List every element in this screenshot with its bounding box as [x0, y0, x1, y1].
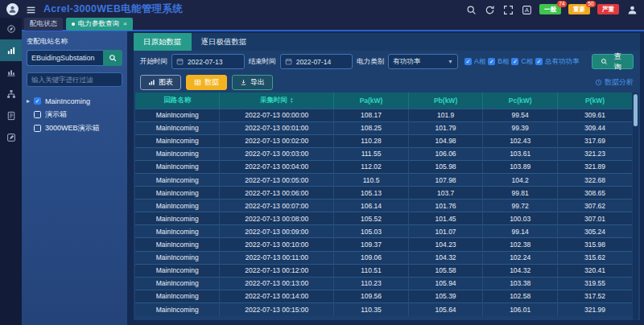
data-analysis-link[interactable]: 数据分析 — [595, 77, 634, 88]
table-row[interactable]: MainIncoming2022-07-13 00:15:00110.35105… — [135, 302, 632, 315]
tree-node-2[interactable]: 3000WEB演示箱 — [27, 121, 122, 135]
user-icon[interactable] — [627, 4, 638, 14]
table-cell: 2022-07-13 00:05:00 — [220, 173, 334, 186]
table-row[interactable]: MainIncoming2022-07-13 00:00:00108.17101… — [135, 109, 632, 121]
table-row[interactable]: MainIncoming2022-07-13 00:11:00109.06104… — [135, 251, 632, 264]
table-row[interactable]: MainIncoming2022-07-13 00:12:00110.51105… — [135, 264, 632, 277]
table-row[interactable]: MainIncoming2022-07-13 00:10:00109.37104… — [135, 238, 632, 251]
table-row[interactable]: MainIncoming2022-07-13 00:09:00105.03101… — [135, 225, 632, 238]
station-search-button[interactable] — [103, 50, 122, 66]
sort-icon[interactable]: ▲▼ — [290, 97, 293, 104]
table-cell: 307.01 — [557, 212, 632, 225]
column-header-0: 回路名称 — [135, 93, 220, 109]
body-area: 配电状态 电力参数查询 × 变配电站名称 — [0, 18, 644, 325]
table-cell: 321.23 — [557, 147, 632, 160]
tree-node-0[interactable]: ▸✓MainIncoming — [27, 94, 122, 108]
end-date-input[interactable]: 2022-07-14 — [280, 54, 353, 69]
alarm-chip-important[interactable]: 重要50 — [568, 4, 590, 14]
checkbox-icon[interactable]: ✓ — [511, 58, 518, 65]
table-cell: 107.98 — [408, 173, 483, 186]
start-date-input[interactable]: 2022-07-13 — [171, 54, 245, 69]
table-cell: 321.99 — [557, 302, 632, 315]
translate-icon[interactable]: A — [522, 4, 532, 14]
scrollbar-thumb[interactable] — [634, 94, 638, 126]
phase-checkbox-3[interactable]: ✓总有功功率 — [535, 57, 580, 67]
tree-node-1[interactable]: 演示箱 — [27, 108, 122, 121]
data-tab-1[interactable]: 逐日极值数据 — [192, 33, 257, 51]
table-cell: 99.54 — [483, 109, 558, 121]
table-cell: 2022-07-13 00:00:00 — [220, 109, 334, 121]
phase-checkbox-2[interactable]: ✓C相 — [511, 57, 533, 67]
table-row[interactable]: MainIncoming2022-07-13 00:13:00110.23105… — [135, 277, 632, 290]
phase-checkbox-group: ✓A相✓B相✓C相✓总有功功率 — [462, 57, 579, 67]
tab-distribution-status[interactable]: 配电状态 — [24, 18, 63, 31]
column-header-2: Pa(kW) — [334, 93, 409, 109]
table-cell: MainIncoming — [135, 251, 220, 264]
sidebar-item-trend-chart[interactable] — [0, 61, 22, 83]
table-cell: 106.06 — [408, 147, 483, 160]
menu-toggle-icon[interactable] — [26, 4, 36, 14]
tree-checkbox[interactable] — [34, 111, 41, 118]
table-row[interactable]: MainIncoming2022-07-13 00:08:00105.52101… — [135, 212, 632, 225]
phase-checkbox-0[interactable]: ✓A相 — [464, 57, 485, 67]
phase-checkbox-1[interactable]: ✓B相 — [488, 57, 509, 67]
avatar[interactable] — [6, 3, 19, 15]
table-row[interactable]: MainIncoming2022-07-13 00:01:00108.25101… — [135, 121, 632, 134]
table-row[interactable]: MainIncoming2022-07-13 00:06:00105.13103… — [135, 187, 632, 200]
tree-checkbox[interactable] — [34, 125, 41, 132]
table-cell: 2022-07-13 00:15:00 — [220, 302, 334, 315]
checkbox-icon[interactable]: ✓ — [535, 58, 543, 65]
tab-power-parameter-query[interactable]: 电力参数查询 × — [66, 18, 133, 31]
table-cell: 105.39 — [408, 290, 483, 302]
table-cell: 110.5 — [334, 173, 409, 186]
table-row[interactable]: MainIncoming2022-07-13 00:05:00110.5107.… — [135, 173, 632, 186]
search-icon[interactable] — [466, 4, 477, 14]
alarm-chip-critical[interactable]: 严重 — [597, 4, 619, 14]
chevron-down-icon: ▼ — [448, 59, 453, 64]
table-cell: 102.58 — [483, 290, 558, 302]
station-name-input[interactable] — [27, 50, 103, 66]
export-button[interactable]: 导出 — [232, 75, 273, 90]
data-view-button[interactable]: 数据 — [186, 75, 227, 90]
table-row[interactable]: MainIncoming2022-07-13 00:04:00112.02105… — [135, 160, 632, 173]
table-cell: 2022-07-13 00:08:00 — [220, 212, 334, 225]
table-row[interactable]: MainIncoming2022-07-13 00:02:00110.28104… — [135, 134, 632, 147]
station-panel: 变配电站名称 ▸✓MainIncoming演示箱3000WEB演示箱 — [22, 31, 127, 325]
column-header-1[interactable]: 采集时间▲▼ — [220, 93, 334, 109]
vertical-scrollbar[interactable] — [633, 93, 638, 320]
power-category-select[interactable]: 有功功率 ▼ — [388, 54, 458, 69]
checkbox-icon[interactable]: ✓ — [488, 58, 495, 65]
top-header: Acrel-3000WEB电能管理系统 A 一般74重要50严重 — [0, 0, 644, 18]
table-row[interactable]: MainIncoming2022-07-13 00:14:00109.56105… — [135, 290, 632, 302]
table-row[interactable]: MainIncoming2022-07-13 00:03:00111.55106… — [135, 147, 632, 160]
sidebar-item-report[interactable] — [0, 105, 22, 126]
checkbox-icon[interactable]: ✓ — [464, 58, 472, 65]
alarm-chip-general[interactable]: 一般74 — [539, 4, 561, 14]
table-cell: 100.03 — [483, 212, 558, 225]
chart-view-label: 图表 — [159, 77, 173, 88]
chart-view-button[interactable]: 图表 — [140, 75, 181, 90]
sidebar-item-edit[interactable] — [0, 126, 22, 148]
refresh-icon[interactable] — [485, 4, 495, 14]
table-cell: 2022-07-13 00:02:00 — [220, 134, 334, 147]
query-button[interactable]: 查询 — [592, 54, 634, 69]
fullscreen-icon[interactable] — [503, 4, 514, 14]
data-tab-0[interactable]: 日原始数据 — [134, 33, 192, 51]
table-cell: MainIncoming — [135, 173, 220, 186]
table-cell: 101.79 — [408, 121, 483, 134]
sidebar-item-bar-chart[interactable] — [0, 39, 22, 61]
phase-label: A相 — [474, 57, 485, 67]
table-cell: MainIncoming — [135, 200, 220, 212]
close-tab-icon[interactable]: × — [123, 20, 127, 27]
sidebar-item-topology[interactable] — [0, 83, 22, 105]
table-cell: 101.45 — [408, 212, 483, 225]
tree-checkbox[interactable]: ✓ — [34, 97, 41, 105]
sidebar-item-compass[interactable] — [0, 18, 22, 39]
table-cell: 102.43 — [483, 134, 558, 147]
table-row[interactable]: MainIncoming2022-07-13 00:07:00106.14101… — [135, 200, 632, 212]
table-cell: 105.03 — [334, 225, 409, 238]
caret-icon[interactable]: ▸ — [27, 97, 34, 105]
table-cell: 109.56 — [334, 290, 409, 302]
tree-filter-input[interactable] — [27, 72, 122, 87]
table-cell: 105.13 — [334, 187, 409, 200]
